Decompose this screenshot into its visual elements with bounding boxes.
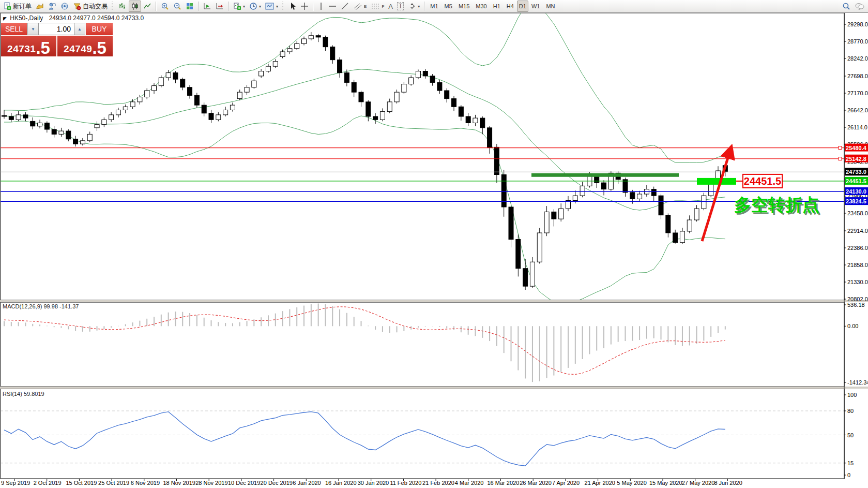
chart-shift-button[interactable]	[214, 1, 226, 12]
date-tick-label: 28 Nov 2019	[195, 480, 227, 486]
price-badge-text: 24130.0	[846, 188, 866, 195]
date-tick-label: 16 Jan 2020	[325, 480, 357, 486]
ohlc-values: 24934.0 24977.0 24594.0 24733.0	[49, 14, 144, 22]
pane-border	[1, 389, 844, 479]
candle-body	[387, 102, 392, 112]
cursor-button[interactable]	[287, 1, 298, 12]
price-tick-label: 26114.0	[847, 124, 867, 130]
bar-chart-button[interactable]	[116, 1, 129, 12]
candle-body	[330, 47, 335, 60]
candle-body	[694, 209, 699, 220]
volume-input[interactable]	[39, 23, 74, 35]
fibonacci-button[interactable]: F	[369, 1, 386, 12]
candle-body	[416, 71, 420, 78]
horizontal-line-button[interactable]	[326, 1, 339, 12]
chart-profile-button[interactable]	[34, 1, 46, 12]
market-watch-button[interactable]	[46, 1, 58, 12]
crosshair-button[interactable]	[298, 1, 311, 12]
trendline-button[interactable]	[339, 1, 351, 12]
cursor-icon	[289, 2, 296, 10]
vertical-line-button[interactable]	[316, 1, 326, 12]
equidistant-channel-button[interactable]: E	[351, 1, 369, 12]
arrows-tool-button[interactable]: ▾	[406, 1, 422, 12]
timeframe-h1[interactable]: H1	[490, 1, 504, 12]
candle-body	[102, 120, 106, 124]
autoscroll-button[interactable]	[201, 1, 214, 12]
text-label-button[interactable]: T	[395, 1, 406, 12]
toolbar-drag-handle[interactable]	[112, 2, 114, 11]
buy-button[interactable]: BUY	[85, 23, 113, 35]
candle-body	[488, 128, 492, 147]
candle-body	[309, 36, 313, 39]
zoom-out-button[interactable]	[171, 1, 184, 12]
volume-decrease-button[interactable]: ▼	[27, 23, 39, 35]
chart-title: ◤ HK50-,Daily 24934.0 24977.0 24594.0 24…	[3, 14, 144, 22]
annotation-text[interactable]: 多空转折点	[734, 195, 819, 214]
level-marker[interactable]	[839, 157, 842, 160]
sell-price-fraction: .5	[36, 41, 50, 55]
candle-body	[573, 196, 577, 200]
price-tick-label: 27698.0	[847, 73, 868, 79]
pane-border	[1, 13, 844, 300]
candle-body	[123, 107, 128, 110]
price-tick-label: 21330.0	[847, 279, 868, 285]
candle-body	[530, 262, 535, 286]
toolbar-drag-handle[interactable]	[282, 2, 285, 11]
search-icon[interactable]	[842, 2, 850, 10]
date-tick-label: 11 Feb 2020	[390, 480, 421, 486]
candle-body	[59, 131, 64, 134]
signals-icon	[60, 2, 69, 10]
date-tick-label: 10 Dec 2019	[228, 480, 260, 486]
signals-button[interactable]	[58, 1, 71, 12]
horizontal-line-icon	[328, 2, 337, 10]
autotrade-label: 自动交易	[83, 2, 108, 11]
sell-price-button[interactable]: 24731 .5	[1, 36, 56, 56]
candle-body	[252, 81, 256, 87]
date-tick-label: 21 Apr 2020	[585, 480, 615, 486]
candle-body	[523, 269, 528, 286]
line-chart-button[interactable]	[141, 1, 154, 12]
sell-price-main: 24731	[7, 43, 36, 55]
candle-body	[280, 52, 285, 56]
timeframe-m1[interactable]: M1	[427, 1, 441, 12]
chat-icon[interactable]	[855, 2, 865, 10]
indicators-icon	[233, 2, 241, 10]
indicators-button[interactable]: ▾	[231, 1, 247, 12]
timeframe-m5[interactable]: M5	[441, 1, 455, 12]
candle-body	[287, 49, 292, 52]
candle-body	[380, 112, 385, 120]
timeframe-w1[interactable]: W1	[528, 1, 543, 12]
new-order-button[interactable]: 新订单	[1, 1, 34, 12]
level-marker[interactable]	[839, 146, 842, 150]
candle-body	[516, 240, 521, 269]
tile-windows-button[interactable]	[184, 1, 196, 12]
macd-tick-label: -1412.34	[847, 379, 868, 386]
candle-body	[509, 207, 513, 240]
candlestick-chart-button[interactable]	[129, 1, 141, 12]
templates-button[interactable]: ▾	[263, 1, 280, 12]
autotrade-button[interactable]: 自动交易	[71, 1, 110, 12]
price-badge-text: 25142.8	[846, 156, 866, 162]
sell-button[interactable]: SELL	[1, 23, 27, 35]
timeframe-h4[interactable]: H4	[504, 1, 517, 12]
timeframe-m30[interactable]: M30	[473, 1, 490, 12]
volume-increase-button[interactable]: ▲	[74, 23, 85, 35]
highlight-zone[interactable]	[697, 178, 736, 185]
timeframe-m15[interactable]: M15	[455, 1, 473, 12]
candle-body	[273, 62, 278, 66]
candle-body	[116, 110, 120, 115]
timeframe-mn[interactable]: MN	[543, 1, 558, 12]
periods-button[interactable]: ▾	[247, 1, 263, 12]
zoom-in-button[interactable]	[159, 1, 171, 12]
text-tool-button[interactable]: A	[386, 1, 395, 12]
autotrade-icon	[73, 2, 81, 10]
templates-icon	[265, 2, 275, 10]
chart-area[interactable]: 24451.5多空转折点多空转折点29298.028770.028242.027…	[0, 0, 868, 488]
timeframe-d1[interactable]: D1	[517, 1, 528, 12]
buy-price-button[interactable]: 24749 .5	[57, 36, 113, 56]
rsi-tick-label: 80	[847, 408, 854, 414]
candle-body	[23, 115, 28, 118]
channel-sub-glyph: E	[364, 4, 367, 9]
candle-body	[2, 115, 7, 116]
date-tick-label: 27 May 2020	[682, 480, 715, 486]
